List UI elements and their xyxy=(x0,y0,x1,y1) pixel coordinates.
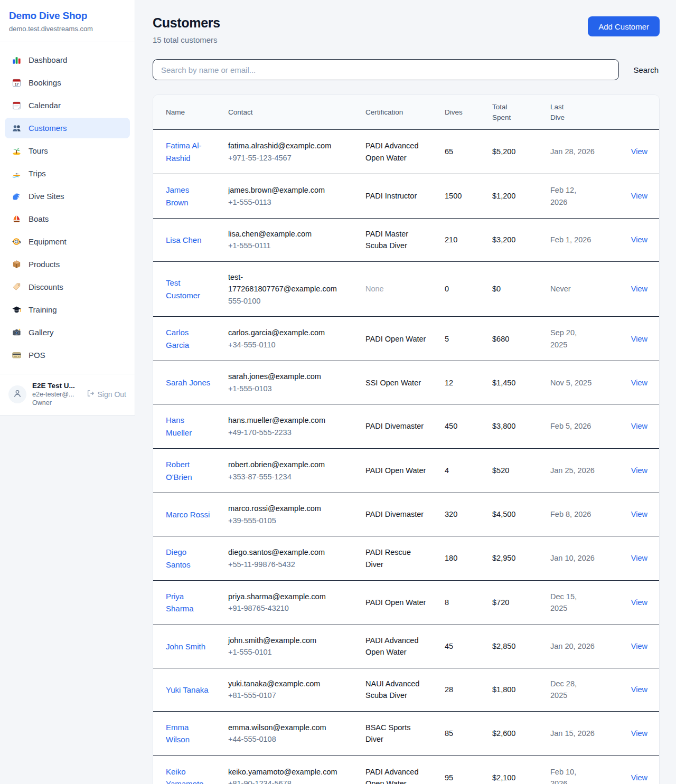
customer-dives: 210 xyxy=(436,219,484,262)
view-link[interactable]: View xyxy=(631,510,647,518)
customer-total-spent: $2,600 xyxy=(484,711,542,755)
view-link[interactable]: View xyxy=(631,598,647,607)
customer-name-link[interactable]: James Brown xyxy=(166,185,189,206)
wave-icon xyxy=(12,191,22,201)
customer-total-spent: $680 xyxy=(484,317,542,361)
sidebar-item-dashboard[interactable]: Dashboard xyxy=(5,50,130,70)
customer-email: sarah.jones@example.com xyxy=(228,371,349,382)
customer-name-link[interactable]: Keiko Yamamoto xyxy=(166,767,203,784)
svg-text:17: 17 xyxy=(15,82,19,86)
view-link[interactable]: View xyxy=(631,773,647,782)
page-subtitle: 15 total customers xyxy=(153,35,220,44)
view-link[interactable]: View xyxy=(631,685,647,694)
search-button[interactable]: Search xyxy=(632,63,660,77)
customer-name-link[interactable]: Lisa Chen xyxy=(166,235,202,244)
island-icon xyxy=(12,146,22,156)
customer-certification: PADI Open Water xyxy=(365,466,426,475)
customer-last-dive: Dec 15, 2025 xyxy=(542,580,603,625)
table-row: Priya Sharma priya.sharma@example.com +9… xyxy=(153,580,660,625)
customer-name-link[interactable]: Robert O'Brien xyxy=(166,460,192,481)
table-header-row: NameContactCertificationDivesTotal Spent… xyxy=(153,95,660,130)
customer-name-link[interactable]: Hans Mueller xyxy=(166,415,192,437)
customer-name-link[interactable]: Carlos Garcia xyxy=(166,328,189,349)
view-link[interactable]: View xyxy=(631,729,647,738)
customer-phone: +49-170-555-2233 xyxy=(228,427,349,438)
sign-out-label: Sign Out xyxy=(98,390,126,399)
customer-name-link[interactable]: Sarah Jones xyxy=(166,378,210,387)
view-link[interactable]: View xyxy=(631,642,647,650)
customer-dives: 0 xyxy=(436,261,484,316)
customer-email: marco.rossi@example.com xyxy=(228,503,349,514)
customer-phone: +91-98765-43210 xyxy=(228,602,349,614)
sidebar-item-trips[interactable]: Trips xyxy=(5,163,130,184)
customers-table-card: NameContactCertificationDivesTotal Spent… xyxy=(153,95,660,784)
customer-name-link[interactable]: Fatima Al-Rashid xyxy=(166,141,202,162)
user-name: E2E Test U... xyxy=(32,382,80,390)
customer-total-spent: $5,200 xyxy=(484,130,542,174)
customer-name-link[interactable]: Diego Santos xyxy=(166,547,191,569)
customer-name-link[interactable]: Marco Rossi xyxy=(166,510,210,519)
person-icon xyxy=(13,389,22,400)
customer-name-link[interactable]: Emma Wilson xyxy=(166,723,190,744)
customer-dives: 1500 xyxy=(436,174,484,219)
add-customer-button[interactable]: Add Customer xyxy=(588,16,660,36)
customer-email: carlos.garcia@example.com xyxy=(228,327,349,338)
sidebar-item-tours[interactable]: Tours xyxy=(5,140,130,161)
sidebar-item-equipment[interactable]: Equipment xyxy=(5,231,130,252)
customer-certification: PADI Advanced Open Water xyxy=(365,636,419,656)
customer-phone: +55-11-99876-5432 xyxy=(228,559,349,570)
sign-out-button[interactable]: Sign Out xyxy=(86,389,126,399)
table-row: Marco Rossi marco.rossi@example.com +39-… xyxy=(153,493,660,536)
sidebar-item-training[interactable]: Training xyxy=(5,299,130,320)
avatar xyxy=(8,385,26,403)
customer-last-dive: Dec 28, 2025 xyxy=(542,668,603,711)
sidebar-item-customers[interactable]: Customers xyxy=(5,118,130,138)
camera-icon xyxy=(12,327,22,337)
customer-email: test-1772681807767@example.com xyxy=(228,271,349,295)
sidebar-item-dive-sites[interactable]: Dive Sites xyxy=(5,186,130,206)
user-info: E2E Test U... e2e-tester@... Owner xyxy=(32,382,80,407)
shop-name: Demo Dive Shop xyxy=(9,10,126,22)
customer-last-dive: Feb 10, 2026 xyxy=(542,755,603,784)
customer-name-link[interactable]: Yuki Tanaka xyxy=(166,685,209,694)
view-link[interactable]: View xyxy=(631,422,647,430)
customer-email: priya.sharma@example.com xyxy=(228,591,349,602)
speedboat-icon xyxy=(12,168,22,178)
user-role: Owner xyxy=(32,399,80,407)
customer-phone: +971-55-123-4567 xyxy=(228,152,349,164)
sidebar-item-pos[interactable]: POS xyxy=(5,345,130,365)
customer-name-link[interactable]: Test Customer xyxy=(166,278,200,299)
view-link[interactable]: View xyxy=(631,147,647,156)
sidebar-item-boats[interactable]: Boats xyxy=(5,209,130,229)
customer-name-link[interactable]: Priya Sharma xyxy=(166,592,194,613)
customer-phone: 555-0100 xyxy=(228,295,349,307)
customer-name-link[interactable]: John Smith xyxy=(166,642,205,651)
search-input[interactable] xyxy=(153,59,619,80)
view-link[interactable]: View xyxy=(631,554,647,562)
view-link[interactable]: View xyxy=(631,192,647,200)
view-link[interactable]: View xyxy=(631,285,647,293)
customer-total-spent: $720 xyxy=(484,580,542,625)
view-link[interactable]: View xyxy=(631,379,647,387)
customer-dives: 65 xyxy=(436,130,484,174)
sidebar-item-bookings[interactable]: 17 Bookings xyxy=(5,72,130,93)
sidebar-item-calendar[interactable]: Calendar xyxy=(5,95,130,116)
table-row: James Brown james.brown@example.com +1-5… xyxy=(153,174,660,219)
page-header: Customers 15 total customers Add Custome… xyxy=(153,15,660,44)
column-header-dives: Dives xyxy=(436,95,484,130)
view-link[interactable]: View xyxy=(631,466,647,475)
search-bar: Search xyxy=(153,59,660,80)
customer-certification: PADI Master Scuba Diver xyxy=(365,230,408,250)
customer-last-dive: Feb 8, 2026 xyxy=(542,493,603,536)
customer-last-dive: Jan 15, 2026 xyxy=(542,711,603,755)
sidebar-item-discounts[interactable]: Discounts xyxy=(5,277,130,297)
customer-total-spent: $2,950 xyxy=(484,536,542,581)
customer-last-dive: Sep 20, 2025 xyxy=(542,317,603,361)
view-link[interactable]: View xyxy=(631,335,647,343)
sidebar-item-gallery[interactable]: Gallery xyxy=(5,322,130,343)
column-header-contact: Contact xyxy=(220,95,357,130)
customer-certification: PADI Open Water xyxy=(365,335,426,343)
sidebar-item-products[interactable]: Products xyxy=(5,254,130,275)
customer-last-dive: Never xyxy=(542,261,603,316)
view-link[interactable]: View xyxy=(631,235,647,244)
